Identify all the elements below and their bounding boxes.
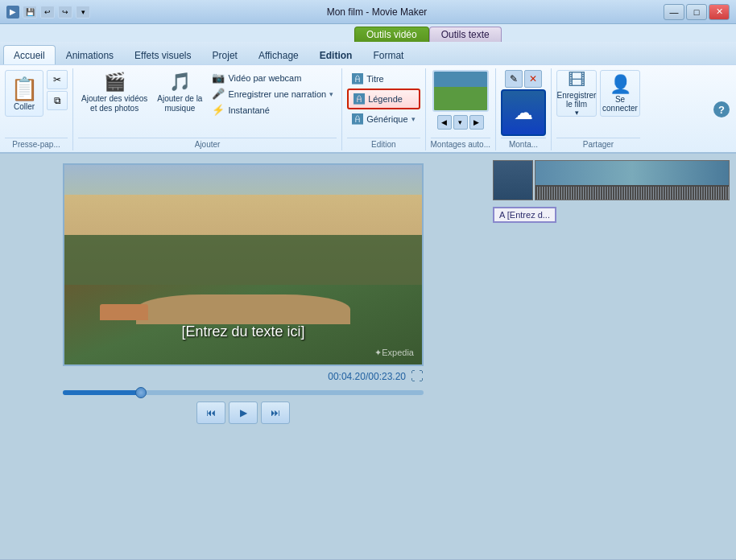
webcam-button[interactable]: 📷 Vidéo par webcam bbox=[209, 70, 337, 85]
window-controls: — □ ✕ bbox=[664, 4, 730, 20]
main-tabs: Accueil Animations Effets visuels Projet… bbox=[0, 42, 736, 64]
group-presse-papier-label: Presse-pap... bbox=[5, 138, 68, 149]
tab-effets-visuels[interactable]: Effets visuels bbox=[124, 45, 201, 64]
group-partager-label: Partager bbox=[556, 138, 640, 149]
tab-animations[interactable]: Animations bbox=[56, 45, 124, 64]
watermark: ✦Expedia bbox=[374, 348, 414, 358]
titre-button[interactable]: 🅰 Titre bbox=[347, 70, 420, 88]
minimize-button[interactable]: — bbox=[664, 4, 684, 20]
expand-icon[interactable]: ⛶ bbox=[411, 369, 424, 384]
video-time-display: 00:04.20/00:23.20 ⛶ bbox=[63, 366, 424, 387]
video-panel: [Entrez du texte ici] ✦Expedia 00:04.20/… bbox=[0, 154, 486, 559]
group-ajouter: 🎬 Ajouter des vidéos et des photos 🎵 Ajo… bbox=[73, 68, 342, 150]
title-bar: ▶ 💾 ↩ ↪ ▾ Mon film - Movie Maker — □ ✕ bbox=[0, 0, 736, 24]
tools-tabs: Outils vidéo Outils texte bbox=[0, 24, 736, 42]
montage-preview bbox=[432, 70, 489, 112]
group-montages-auto-label: Montages auto... bbox=[431, 138, 491, 149]
progress-bar[interactable] bbox=[63, 387, 424, 398]
title-bar-icons: ▶ 💾 ↩ ↪ ▾ bbox=[6, 6, 90, 19]
enregistrer-film-button[interactable]: 🎞 Enregistrer le film ▾ bbox=[556, 70, 597, 117]
narration-icon: 🎤 bbox=[212, 88, 225, 100]
group-partager: 🎞 Enregistrer le film ▾ 👤 Se connecter P… bbox=[552, 68, 645, 150]
titre-icon: 🅰 bbox=[352, 72, 363, 85]
quick-access-dropdown[interactable]: ▾ bbox=[76, 6, 90, 19]
video-caption-overlay: [Entrez du texte ici] bbox=[181, 323, 304, 340]
group-montages-auto: ◀ ▾ ▶ Montages auto... bbox=[426, 68, 497, 150]
video-preview: [Entrez du texte ici] ✦Expedia bbox=[63, 163, 424, 366]
music-icon: 🎵 bbox=[169, 72, 191, 93]
copy-button[interactable]: ⧉ bbox=[47, 91, 68, 110]
paste-icon: 📋 bbox=[10, 76, 39, 102]
se-connecter-button[interactable]: 👤 Se connecter bbox=[600, 70, 640, 117]
legende-icon: 🅰 bbox=[354, 93, 365, 105]
cloud-icon: ☁ bbox=[514, 101, 533, 124]
group-monta: ✎ ✕ ☁ Monta... bbox=[496, 68, 552, 150]
timeline-panel: A [Entrez d... bbox=[486, 154, 736, 559]
tab-outils-texte[interactable]: Outils texte bbox=[429, 27, 502, 42]
legende-button[interactable]: 🅰 Légende bbox=[347, 89, 420, 109]
monta-cloud-button[interactable]: ☁ bbox=[501, 89, 546, 136]
step-forward-button[interactable]: ⏭ bbox=[261, 401, 290, 424]
webcam-icon: 📷 bbox=[212, 72, 225, 84]
videos-icon: 🎬 bbox=[104, 72, 126, 93]
timeline-strip bbox=[493, 160, 730, 200]
timeline-item-2[interactable] bbox=[535, 160, 730, 200]
quick-access-redo[interactable]: ↪ bbox=[58, 6, 72, 19]
tab-projet[interactable]: Projet bbox=[202, 45, 248, 64]
step-back-button[interactable]: ⏮ bbox=[196, 401, 225, 424]
time-text: 00:04.20/00:23.20 bbox=[328, 371, 406, 382]
quick-access-save[interactable]: 💾 bbox=[23, 6, 37, 19]
instantane-icon: ⚡ bbox=[212, 104, 225, 116]
narration-button[interactable]: 🎤 Enregistrer une narration ▾ bbox=[209, 86, 337, 101]
cut-button[interactable]: ✂ bbox=[47, 70, 68, 89]
app-icon: ▶ bbox=[6, 6, 19, 19]
montage-next-button[interactable]: ▶ bbox=[469, 115, 484, 130]
tab-format[interactable]: Format bbox=[362, 45, 414, 64]
monta-edit-button[interactable]: ✎ bbox=[505, 70, 523, 88]
timeline-caption[interactable]: A [Entrez d... bbox=[493, 207, 556, 223]
close-button[interactable]: ✕ bbox=[709, 4, 730, 20]
generique-icon: 🅰 bbox=[352, 113, 363, 126]
tab-edition[interactable]: Edition bbox=[309, 45, 363, 64]
generique-button[interactable]: 🅰 Générique ▾ bbox=[347, 110, 420, 128]
playback-controls: ⏮ ▶ ⏭ bbox=[196, 398, 290, 427]
add-music-button[interactable]: 🎵 Ajouter de la musique bbox=[154, 70, 205, 115]
group-edition-label: Edition bbox=[347, 138, 420, 149]
add-videos-button[interactable]: 🎬 Ajouter des vidéos et des photos bbox=[78, 70, 151, 115]
quick-access-undo[interactable]: ↩ bbox=[40, 6, 55, 19]
progress-track[interactable] bbox=[63, 390, 424, 395]
group-edition: 🅰 Titre 🅰 Légende 🅰 Générique ▾ Edition bbox=[342, 68, 425, 150]
window-title: Mon film - Movie Maker bbox=[90, 6, 664, 18]
progress-fill bbox=[63, 390, 143, 395]
timeline-item-1[interactable] bbox=[493, 160, 533, 200]
maximize-button[interactable]: □ bbox=[686, 4, 707, 20]
film-icon: 🎞 bbox=[568, 70, 585, 91]
montage-prev-button[interactable]: ◀ bbox=[437, 115, 452, 130]
instantane-button[interactable]: ⚡ Instantané bbox=[209, 102, 337, 117]
ribbon-content: 📋 Coller ✂ ⧉ Presse-pap... 🎬 Ajouter des… bbox=[0, 64, 736, 152]
tab-outils-video[interactable]: Outils vidéo bbox=[354, 27, 429, 42]
coller-button[interactable]: 📋 Coller bbox=[5, 70, 43, 117]
montage-down-button[interactable]: ▾ bbox=[453, 115, 468, 130]
monta-delete-button[interactable]: ✕ bbox=[524, 70, 542, 88]
tab-accueil[interactable]: Accueil bbox=[3, 45, 56, 64]
help-button[interactable]: ? bbox=[713, 101, 730, 117]
main-area: [Entrez du texte ici] ✦Expedia 00:04.20/… bbox=[0, 154, 736, 559]
group-presse-papier: 📋 Coller ✂ ⧉ Presse-pap... bbox=[0, 68, 73, 150]
connect-icon: 👤 bbox=[610, 74, 631, 95]
progress-thumb[interactable] bbox=[135, 387, 147, 398]
group-monta-label: Monta... bbox=[501, 138, 546, 149]
tab-affichage[interactable]: Affichage bbox=[248, 45, 309, 64]
help-area: ? bbox=[710, 68, 736, 150]
play-button[interactable]: ▶ bbox=[229, 401, 258, 424]
timeline-wave bbox=[535, 187, 729, 200]
ribbon: Accueil Animations Effets visuels Projet… bbox=[0, 42, 736, 154]
group-ajouter-label: Ajouter bbox=[78, 138, 337, 149]
